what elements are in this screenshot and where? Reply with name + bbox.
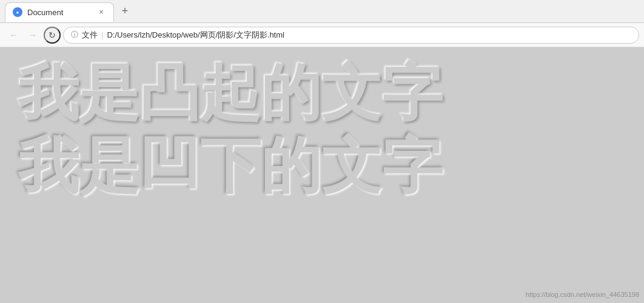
address-bar[interactable]: ⓘ 文件 | D:/Users/lzh/Desktop/web/网页/阴影/文字… (63, 27, 639, 44)
tab-bar: Document × + (0, 0, 133, 22)
debossed-text: 我是凹下的文字 (18, 132, 443, 199)
security-icon: ⓘ (71, 30, 78, 40)
tab-favicon (13, 7, 22, 17)
browser-toolbar: ← → ↻ ⓘ 文件 | D:/Users/lzh/Desktop/web/网页… (0, 23, 644, 47)
page-content: 我是凸起的文字 我是凹下的文字 https://blog.csdn.net/we… (0, 47, 644, 303)
tab-close-button[interactable]: × (96, 7, 106, 17)
tab-title: Document (27, 8, 92, 17)
forward-button[interactable]: → (24, 27, 41, 44)
active-tab[interactable]: Document × (5, 2, 114, 22)
new-tab-button[interactable]: + (116, 3, 133, 20)
browser-titlebar: Document × + (0, 0, 644, 23)
refresh-button[interactable]: ↻ (44, 27, 61, 44)
address-url: D:/Users/lzh/Desktop/web/网页/阴影/文字阴影.html (107, 30, 284, 41)
address-prefix: 文件 (82, 30, 98, 41)
back-button[interactable]: ← (5, 27, 22, 44)
browser-window: Document × + ← → ↻ ⓘ 文件 | D:/Users/lzh/D… (0, 0, 644, 303)
address-divider: | (101, 30, 103, 39)
watermark-text: https://blog.csdn.net/weixin_44635198 (526, 291, 639, 298)
embossed-text: 我是凸起的文字 (18, 59, 443, 126)
